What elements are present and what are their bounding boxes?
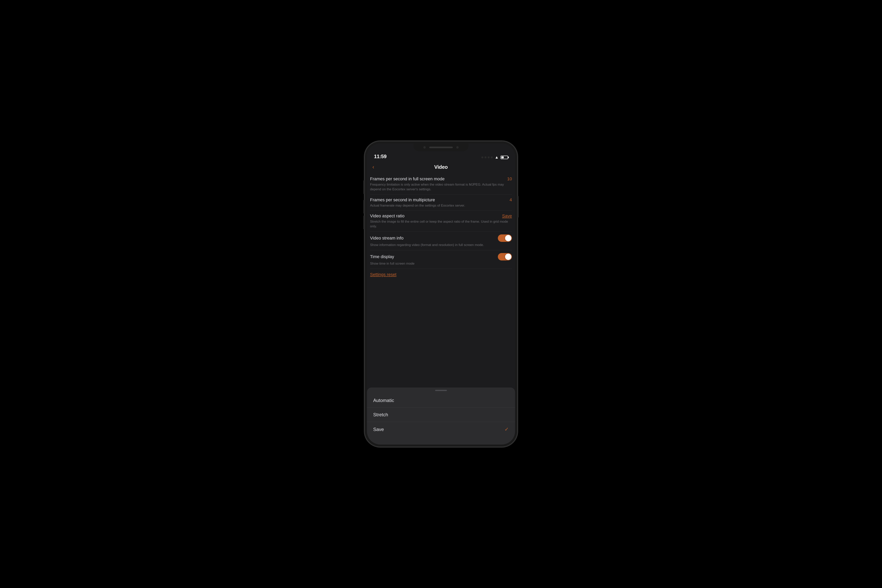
time-display-toggle[interactable] (498, 253, 512, 261)
automatic-label: Automatic (373, 398, 394, 403)
fps-fullscreen-label: Frames per second in full screen mode (370, 176, 444, 182)
status-bar: 11:59 ▲ (367, 144, 515, 161)
aspect-ratio-label: Video aspect ratio (370, 213, 405, 219)
sheet-item-save[interactable]: Save ✓ (367, 422, 515, 437)
setting-fps-multipicture: Frames per second in multipicture 4 Actu… (370, 195, 512, 211)
status-icons: ▲ (482, 155, 508, 159)
notch-pill (429, 147, 453, 148)
phone-frame: 11:59 ▲ ‹ Video (364, 141, 518, 447)
toggle-thumb (505, 254, 512, 260)
toggle-thumb (505, 235, 512, 241)
setting-video-stream-info: Video stream info Show information regar… (370, 232, 512, 250)
notch-dot-left (423, 146, 426, 148)
status-time: 11:59 (374, 153, 387, 159)
stream-info-label: Video stream info (370, 236, 404, 241)
time-display-label: Time display (370, 254, 394, 259)
bottom-sheet: Automatic Stretch Save ✓ (367, 387, 515, 444)
setting-fps-fullscreen: Frames per second in full screen mode 10… (370, 174, 512, 195)
sheet-handle (435, 390, 447, 391)
stream-info-desc: Show information regarding video (format… (370, 243, 512, 248)
stretch-label: Stretch (373, 412, 388, 417)
check-icon: ✓ (504, 426, 509, 432)
save-label: Save (373, 427, 384, 432)
setting-row: Time display (370, 253, 512, 261)
battery-fill (501, 156, 504, 158)
settings-reset-button[interactable]: Settings reset (370, 269, 512, 280)
fps-fullscreen-desc: Frequency limitation is only active when… (370, 182, 512, 192)
page-header: ‹ Video (367, 161, 515, 174)
signal-dots (482, 156, 493, 158)
fps-multipicture-value[interactable]: 4 (510, 197, 512, 202)
phone-screen: 11:59 ▲ ‹ Video (367, 144, 515, 444)
time-display-desc: Show time in full screen mode (370, 261, 512, 266)
setting-row: Frames per second in multipicture 4 (370, 197, 512, 202)
setting-row: Video stream info (370, 234, 512, 242)
setting-row: Video aspect ratio Save (370, 213, 512, 219)
aspect-ratio-desc: Stretch the image to fill the entire cel… (370, 219, 512, 229)
page-title: Video (434, 164, 448, 170)
sheet-item-stretch[interactable]: Stretch (367, 408, 515, 422)
fps-multipicture-label: Frames per second in multipicture (370, 197, 435, 202)
setting-row: Frames per second in full screen mode 10 (370, 176, 512, 182)
stream-info-toggle[interactable] (498, 234, 512, 242)
back-button[interactable]: ‹ (372, 164, 375, 171)
settings-list: Frames per second in full screen mode 10… (367, 174, 515, 280)
setting-video-aspect-ratio: Video aspect ratio Save Stretch the imag… (370, 211, 512, 232)
aspect-ratio-value[interactable]: Save (502, 213, 512, 219)
notch-dot-right (456, 146, 459, 148)
setting-time-display: Time display Show time in full screen mo… (370, 250, 512, 269)
sheet-item-automatic[interactable]: Automatic (367, 393, 515, 408)
wifi-icon: ▲ (495, 155, 499, 159)
fps-multipicture-desc: Actual framerate may depend on the setti… (370, 203, 512, 208)
fps-fullscreen-value[interactable]: 10 (507, 176, 512, 182)
notch (414, 144, 468, 151)
battery-icon (501, 156, 508, 159)
